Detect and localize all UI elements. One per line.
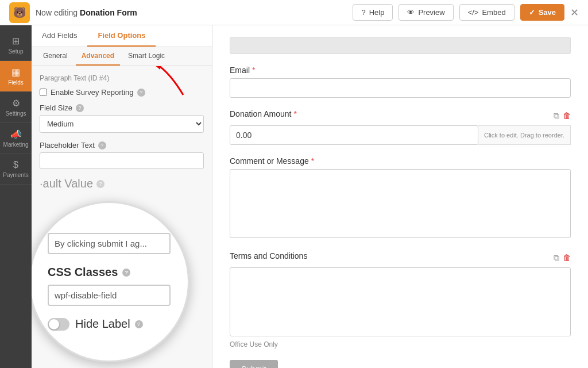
placeholder-text-row: Placeholder Text ?: [40, 141, 204, 169]
hide-label-row: Hide Label ?: [48, 317, 171, 331]
office-use-label: Office Use Only: [230, 340, 571, 348]
comment-field-block: Comment or Message *: [230, 156, 571, 240]
survey-help-icon[interactable]: ?: [137, 89, 145, 97]
default-value-input[interactable]: [48, 233, 171, 254]
terms-textarea[interactable]: [230, 267, 571, 336]
fields-icon: ▦: [11, 67, 20, 78]
field-size-select[interactable]: Small Medium Large: [40, 115, 204, 133]
sidebar-item-fields[interactable]: ▦ Fields: [0, 61, 32, 92]
donation-header: Donation Amount * ⧉ 🗑: [230, 109, 571, 122]
donation-label: Donation Amount *: [230, 109, 297, 118]
css-classes-section: CSS Classes ?: [48, 266, 171, 306]
placeholder-text-input[interactable]: [40, 152, 204, 169]
embed-icon: </>: [468, 8, 479, 17]
subtab-smart-logic[interactable]: Smart Logic: [122, 47, 171, 66]
submit-button[interactable]: Submit: [230, 360, 278, 368]
panel-content: Paragraph Text (ID #4) Enable Survey Rep…: [32, 66, 212, 368]
subtab-advanced[interactable]: Advanced: [76, 47, 120, 66]
default-value-label: ·ault Value ?: [40, 177, 204, 190]
donation-row: Click to edit. Drag to reorder.: [230, 125, 571, 145]
field-size-row: Field Size ? Small Medium Large: [40, 103, 204, 133]
sub-tabs: General Advanced Smart Logic: [32, 47, 212, 66]
marketing-icon: 📣: [10, 129, 22, 140]
help-icon: ?: [361, 8, 365, 17]
field-size-label: Field Size ?: [40, 103, 204, 112]
comment-textarea[interactable]: [230, 169, 571, 238]
subtab-general[interactable]: General: [37, 47, 74, 66]
donation-field-block: Donation Amount * ⧉ 🗑 Click to edit. Dra…: [230, 109, 571, 145]
click-to-edit-label: Click to edit. Drag to reorder.: [478, 125, 571, 145]
enable-survey-checkbox[interactable]: [40, 89, 47, 96]
form-preview: Email * Donation Amount * ⧉ 🗑 Click to e…: [212, 25, 588, 368]
page-title: Now editing Donation Form: [36, 8, 137, 17]
check-icon: ✓: [529, 8, 535, 17]
field-title: Paragraph Text (ID #4): [40, 74, 204, 82]
sidebar-item-marketing[interactable]: 📣 Marketing: [0, 123, 32, 154]
email-field-block: Email *: [230, 66, 571, 98]
terms-label: Terms and Conditions: [230, 251, 307, 260]
app-logo: 🐻: [9, 2, 30, 23]
email-input[interactable]: [230, 78, 571, 98]
css-classes-help-icon[interactable]: ?: [122, 269, 130, 277]
terms-actions: ⧉ 🗑: [554, 253, 571, 263]
settings-icon: ⚙: [12, 98, 20, 109]
setup-icon: ⊞: [12, 36, 20, 47]
tab-field-options[interactable]: Field Options: [87, 25, 156, 47]
donation-input[interactable]: [230, 125, 478, 145]
css-classes-input[interactable]: [48, 285, 171, 306]
terms-delete-icon[interactable]: 🗑: [563, 253, 571, 263]
donation-copy-icon[interactable]: ⧉: [554, 111, 559, 121]
embed-button[interactable]: </> Embed: [459, 4, 514, 21]
terms-copy-icon[interactable]: ⧉: [554, 253, 559, 263]
payments-icon: $: [13, 160, 18, 170]
icon-sidebar: ⊞ Setup ▦ Fields ⚙ Settings 📣 Marketing …: [0, 25, 32, 368]
css-classes-label-large: CSS Classes ?: [48, 266, 171, 279]
sidebar-item-payments[interactable]: $ Payments: [0, 154, 32, 185]
magnify-overlay: CSS Classes ? Hide Label ?: [32, 201, 189, 362]
toggle-knob: [49, 319, 59, 329]
email-label: Email *: [230, 66, 571, 75]
hide-label-help-icon[interactable]: ?: [135, 320, 143, 328]
close-button[interactable]: ✕: [570, 6, 579, 19]
default-value-row: ·ault Value ?: [40, 177, 204, 190]
sidebar-item-settings[interactable]: ⚙ Settings: [0, 92, 32, 123]
sidebar-item-setup[interactable]: ⊞ Setup: [0, 30, 32, 61]
default-value-section: [48, 233, 171, 254]
preview-button[interactable]: 👁 Preview: [399, 4, 453, 21]
panel-tabs: Add Fields Field Options: [32, 25, 212, 47]
hide-label-label: Hide Label ?: [75, 317, 143, 331]
donation-actions: ⧉ 🗑: [554, 111, 571, 121]
placeholder-help-icon[interactable]: ?: [98, 141, 106, 150]
field-options-panel: Add Fields Field Options General Advance…: [32, 25, 212, 368]
enable-survey-row: Enable Survey Reporting ?: [40, 88, 204, 97]
enable-survey-label: Enable Survey Reporting: [51, 88, 134, 97]
donation-delete-icon[interactable]: 🗑: [563, 111, 571, 121]
collapsed-field-bar[interactable]: [230, 37, 571, 54]
hide-label-toggle[interactable]: [48, 318, 69, 331]
save-button[interactable]: ✓ Save: [520, 4, 564, 21]
field-size-help-icon[interactable]: ?: [76, 104, 84, 112]
preview-icon: 👁: [407, 8, 415, 17]
tab-add-fields[interactable]: Add Fields: [32, 25, 87, 47]
default-value-help-icon[interactable]: ?: [96, 180, 105, 188]
terms-header: Terms and Conditions ⧉ 🗑: [230, 251, 571, 264]
placeholder-text-label: Placeholder Text ?: [40, 141, 204, 150]
comment-label: Comment or Message *: [230, 156, 571, 166]
terms-field-block: Terms and Conditions ⧉ 🗑 Office Use Only: [230, 251, 571, 348]
help-button[interactable]: ? Help: [353, 4, 393, 21]
